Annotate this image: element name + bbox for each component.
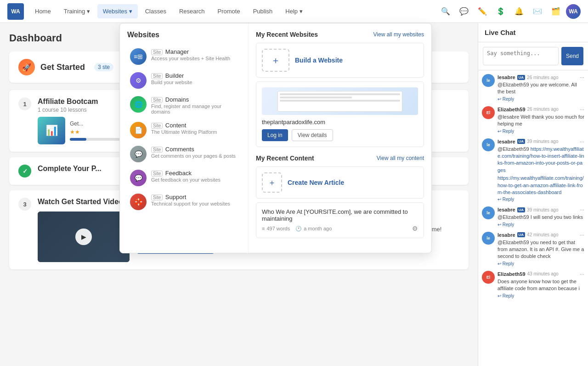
site-action-buttons: Log in View details bbox=[262, 129, 418, 141]
site-manager-item[interactable]: ≡⊞ Site Manager Access your websites + S… bbox=[127, 45, 241, 69]
create-article-card[interactable]: ＋ Create New Article bbox=[256, 166, 424, 199]
view-all-content-link[interactable]: View all my content bbox=[377, 155, 424, 161]
recent-websites-title: My Recent Websites bbox=[256, 31, 318, 38]
chat-msg-body: lesabre UA 26 minutes ago ··· @Elizabeth… bbox=[498, 74, 584, 102]
build-website-card[interactable]: ＋ Build a Website bbox=[256, 43, 424, 78]
chat-link[interactable]: https://my.wealthyaffiliate.com/training… bbox=[498, 146, 584, 173]
site-domains-desc: Find, register and manage your domains bbox=[151, 103, 238, 114]
dollar-icon[interactable]: 💲 bbox=[492, 3, 509, 20]
pencil-icon[interactable]: ✏️ bbox=[474, 3, 491, 20]
chat-msg-body: lesabre UA 39 minutes ago ··· @Elizabeth… bbox=[498, 138, 584, 202]
chat-icon[interactable]: 💬 bbox=[456, 3, 472, 20]
chat-reply-button[interactable]: ↩ Reply bbox=[498, 261, 584, 266]
site-support-label: Site Support bbox=[151, 194, 230, 200]
article-time: 🕐 a month ago bbox=[295, 226, 332, 232]
site-name: theplantparadoxlife.com bbox=[262, 119, 418, 126]
chat-text: @Elizabeth59 you need to get that from a… bbox=[498, 239, 584, 260]
get-started-title: Get Started bbox=[40, 63, 85, 72]
chat-msg-header: lesabre UA 26 minutes ago ··· bbox=[498, 74, 584, 80]
chat-send-button[interactable]: Send bbox=[561, 47, 583, 65]
site-builder-text: Site Builder Build your website bbox=[151, 72, 192, 85]
websites-menu-left: Websites ≡⊞ Site Manager Access your web… bbox=[120, 23, 249, 253]
bootcamp-progress: Get... ★★ bbox=[70, 120, 125, 141]
chat-more-icon[interactable]: ··· bbox=[580, 206, 584, 213]
nav-research[interactable]: Research bbox=[174, 4, 210, 18]
nav-help[interactable]: Help ▾ bbox=[280, 4, 308, 18]
site-manager-text: Site Manager Access your websites + Site… bbox=[151, 48, 230, 61]
chat-reply-button[interactable]: ↩ Reply bbox=[498, 129, 584, 134]
chat-reply-button[interactable]: ↩ Reply bbox=[498, 97, 584, 102]
site-thumb-inner bbox=[277, 91, 402, 112]
nav-publish[interactable]: Publish bbox=[248, 4, 278, 18]
feedback-icon: 💬 bbox=[130, 170, 147, 186]
site-thumbnail bbox=[262, 87, 418, 115]
task-num-1: 1 bbox=[18, 97, 31, 110]
existing-site-card: theplantparadoxlife.com Log in View deta… bbox=[256, 81, 424, 147]
view-details-button[interactable]: View details bbox=[292, 129, 333, 141]
site-feedback-item[interactable]: 💬 Site Feedback Get feedback on your web… bbox=[127, 166, 241, 190]
avatar[interactable]: WA bbox=[566, 4, 581, 19]
nav-training[interactable]: Training ▾ bbox=[58, 4, 96, 18]
play-button[interactable]: ▶ bbox=[75, 229, 92, 245]
chat-panel: Live Chat Send le lesabre UA 26 minutes … bbox=[478, 23, 588, 366]
chat-avatar: le bbox=[482, 206, 495, 219]
login-button[interactable]: Log in bbox=[262, 129, 288, 141]
site-comments-label: Site Comments bbox=[151, 146, 236, 153]
site-logo[interactable]: WA bbox=[7, 3, 24, 20]
cards-icon[interactable]: 🗂️ bbox=[548, 3, 564, 20]
comments-icon: 💬 bbox=[130, 146, 147, 162]
chat-more-icon[interactable]: ··· bbox=[580, 106, 584, 113]
mail-icon[interactable]: ✉️ bbox=[529, 3, 546, 20]
recent-content-title: My Recent Content bbox=[256, 154, 314, 162]
build-website-label: Build a Website bbox=[295, 57, 343, 64]
search-icon[interactable]: 🔍 bbox=[437, 3, 454, 20]
thumb-bar-3 bbox=[280, 100, 400, 102]
nav-promote[interactable]: Promote bbox=[212, 4, 246, 18]
nav-classes[interactable]: Classes bbox=[140, 4, 172, 18]
article-title: Who We Are At [YOURSITE.com], we are com… bbox=[262, 208, 418, 222]
chat-more-icon[interactable]: ··· bbox=[580, 74, 584, 80]
chat-msg-header: lesabre UA 39 minutes ago ··· bbox=[498, 138, 584, 145]
chat-more-icon[interactable]: ··· bbox=[580, 271, 584, 277]
chat-badge: UA bbox=[517, 139, 526, 144]
bootcamp-step: Get... bbox=[70, 120, 125, 127]
thumb-bar-1 bbox=[280, 93, 400, 95]
article-card: Who We Are At [YOURSITE.com], we are com… bbox=[256, 202, 424, 238]
chat-msg-header: Elizabeth59 43 minutes ago ··· bbox=[498, 271, 584, 277]
site-builder-item[interactable]: ⚙ Site Builder Build your website bbox=[127, 69, 241, 92]
recent-websites-header: My Recent Websites View all my websites bbox=[256, 31, 424, 38]
chat-text: @lesabre Well thank you soo much for hel… bbox=[498, 114, 584, 128]
nav-home[interactable]: Home bbox=[29, 4, 57, 18]
view-all-websites-link[interactable]: View all my websites bbox=[373, 31, 424, 38]
chat-input[interactable] bbox=[483, 47, 559, 65]
chat-msg-body: lesabre UA 42 minutes ago ··· @Elizabeth… bbox=[498, 232, 584, 266]
chat-text: @Elizabeth59 https://my.wealthyaffiliate… bbox=[498, 146, 584, 174]
manager-icon: ≡⊞ bbox=[130, 48, 147, 65]
chat-link-2[interactable]: https://my.wealthyaffiliate.com/training… bbox=[498, 175, 584, 195]
chat-more-icon[interactable]: ··· bbox=[580, 138, 584, 145]
chat-avatar: El bbox=[482, 271, 495, 284]
chat-reply-button[interactable]: ↩ Reply bbox=[498, 197, 584, 202]
site-domains-item[interactable]: 🌐 Site Domains Find, register and manage… bbox=[127, 92, 241, 118]
chat-text-2: https://my.wealthyaffiliate.com/training… bbox=[498, 175, 584, 196]
nav-websites[interactable]: Websites ▾ bbox=[97, 4, 138, 18]
site-content-item[interactable]: 📄 Site Content The Ultimate Writing Plat… bbox=[127, 118, 241, 142]
chat-msg-body: Elizabeth59 43 minutes ago ··· Does anyo… bbox=[498, 271, 584, 298]
chat-more-icon[interactable]: ··· bbox=[580, 232, 584, 238]
bootcamp-stars: ★★ bbox=[70, 129, 125, 135]
chat-input-area: Send bbox=[478, 42, 588, 70]
create-article-label: Create New Article bbox=[288, 179, 344, 186]
article-settings-icon[interactable]: ⚙ bbox=[412, 225, 418, 232]
chat-message: El Elizabeth59 26 minutes ago ··· @lesab… bbox=[482, 106, 584, 134]
site-comments-item[interactable]: 💬 Site Comments Get comments on your pag… bbox=[127, 142, 241, 166]
words-icon: ≡ bbox=[262, 226, 265, 231]
chat-messages: le lesabre UA 26 minutes ago ··· @Elizab… bbox=[478, 70, 588, 366]
thumb-bar-2 bbox=[280, 97, 352, 98]
bell-icon[interactable]: 🔔 bbox=[511, 3, 527, 20]
chat-badge: UA bbox=[517, 75, 526, 80]
chat-message: le lesabre UA 26 minutes ago ··· @Elizab… bbox=[482, 74, 584, 102]
chat-reply-button[interactable]: ↩ Reply bbox=[498, 293, 584, 298]
chat-time: 42 minutes ago bbox=[527, 232, 558, 237]
site-support-item[interactable]: 🛟 Site Support Technical support for you… bbox=[127, 190, 241, 214]
chat-reply-button[interactable]: ↩ Reply bbox=[498, 222, 584, 227]
